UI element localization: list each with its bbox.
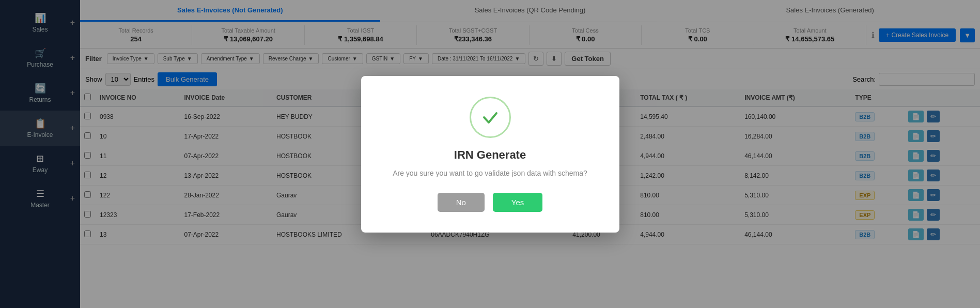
modal-yes-button[interactable]: Yes <box>493 193 542 212</box>
irn-generate-modal: IRN Generate Are you sure you want to go… <box>361 76 619 233</box>
modal-actions: No Yes <box>387 193 594 212</box>
modal-title: IRN Generate <box>387 148 594 162</box>
modal-overlay: IRN Generate Are you sure you want to go… <box>0 0 980 308</box>
modal-no-button[interactable]: No <box>438 193 485 212</box>
modal-message: Are you sure you want to go validate jso… <box>387 169 594 177</box>
success-icon-circle <box>470 97 511 138</box>
checkmark-icon <box>480 107 501 128</box>
